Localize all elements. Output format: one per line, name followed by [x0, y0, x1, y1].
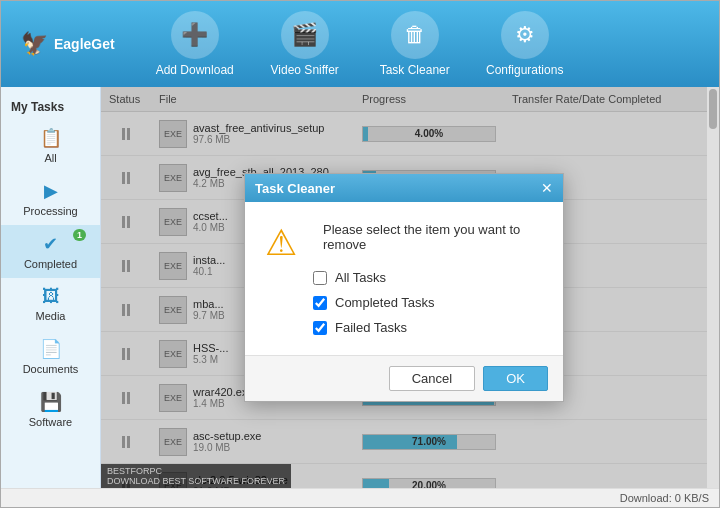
- sidebar-item-all[interactable]: 📋 All: [1, 119, 100, 172]
- completed-icon: ✔: [43, 233, 58, 255]
- app-logo: 🦅: [21, 31, 48, 57]
- checkbox-failed-tasks-input[interactable]: [313, 321, 327, 335]
- documents-label: Documents: [23, 363, 79, 375]
- checkbox-completed-tasks[interactable]: Completed Tasks: [313, 295, 543, 310]
- completed-badge: 1: [73, 229, 86, 241]
- sidebar-header: My Tasks: [1, 92, 100, 119]
- video-sniffer-button[interactable]: 🎬 Video Sniffer: [265, 11, 345, 77]
- documents-icon: 📄: [40, 338, 62, 360]
- modal-message: Please select the item you want to remov…: [323, 222, 543, 252]
- task-cleaner-button[interactable]: 🗑 Task Cleaner: [375, 11, 455, 77]
- checkbox-completed-tasks-input[interactable]: [313, 296, 327, 310]
- configurations-icon: ⚙: [501, 11, 549, 59]
- modal-overlay: Task Cleaner ✕ ⚠ Please select the item …: [101, 87, 707, 488]
- main-panel: Status File Progress Transfer Rate/Date …: [101, 87, 707, 488]
- sidebar: My Tasks 📋 All ▶ Processing ✔ Completed …: [1, 87, 101, 488]
- configurations-label: Configurations: [486, 63, 563, 77]
- software-label: Software: [29, 416, 72, 428]
- add-download-label: Add Download: [156, 63, 234, 77]
- scroll-thumb[interactable]: [709, 89, 717, 129]
- cancel-button[interactable]: Cancel: [389, 366, 475, 391]
- sidebar-item-processing[interactable]: ▶ Processing: [1, 172, 100, 225]
- task-cleaner-icon: 🗑: [391, 11, 439, 59]
- checkbox-all-tasks-input[interactable]: [313, 271, 327, 285]
- processing-label: Processing: [23, 205, 77, 217]
- media-icon: 🖼: [42, 286, 60, 307]
- media-label: Media: [36, 310, 66, 322]
- modal-close-button[interactable]: ✕: [541, 180, 553, 196]
- app-title: EagleGet: [54, 36, 115, 52]
- statusbar: Download: 0 KB/S: [1, 488, 719, 507]
- software-icon: 💾: [40, 391, 62, 413]
- sidebar-item-software[interactable]: 💾 Software: [1, 383, 100, 436]
- processing-icon: ▶: [44, 180, 58, 202]
- sidebar-item-media[interactable]: 🖼 Media: [1, 278, 100, 330]
- checkbox-failed-tasks-label: Failed Tasks: [335, 320, 407, 335]
- modal-titlebar: Task Cleaner ✕: [245, 174, 563, 202]
- add-download-button[interactable]: ➕ Add Download: [155, 11, 235, 77]
- content-area: My Tasks 📋 All ▶ Processing ✔ Completed …: [1, 87, 719, 488]
- task-cleaner-modal: Task Cleaner ✕ ⚠ Please select the item …: [244, 173, 564, 402]
- modal-title: Task Cleaner: [255, 181, 335, 196]
- ok-button[interactable]: OK: [483, 366, 548, 391]
- checkbox-completed-tasks-label: Completed Tasks: [335, 295, 434, 310]
- checkbox-all-tasks[interactable]: All Tasks: [313, 270, 543, 285]
- modal-footer: Cancel OK: [245, 355, 563, 401]
- main-window: 🦅 EagleGet ➕ Add Download 🎬 Video Sniffe…: [0, 0, 720, 508]
- video-sniffer-icon: 🎬: [281, 11, 329, 59]
- all-icon: 📋: [40, 127, 62, 149]
- modal-warning: ⚠ Please select the item you want to rem…: [265, 222, 543, 335]
- checkbox-failed-tasks[interactable]: Failed Tasks: [313, 320, 543, 335]
- configurations-button[interactable]: ⚙ Configurations: [485, 11, 565, 77]
- sidebar-item-completed[interactable]: ✔ Completed 1: [1, 225, 100, 278]
- task-cleaner-label: Task Cleaner: [380, 63, 450, 77]
- modal-options: All Tasks Completed Tasks Failed Tasks: [313, 270, 543, 335]
- all-label: All: [44, 152, 56, 164]
- add-download-icon: ➕: [171, 11, 219, 59]
- download-speed: Download: 0 KB/S: [620, 492, 709, 504]
- warning-icon: ⚠: [265, 222, 297, 264]
- modal-body: ⚠ Please select the item you want to rem…: [245, 202, 563, 355]
- completed-label: Completed: [24, 258, 77, 270]
- scrollbar[interactable]: [707, 87, 719, 488]
- checkbox-all-tasks-label: All Tasks: [335, 270, 386, 285]
- video-sniffer-label: Video Sniffer: [271, 63, 339, 77]
- sidebar-item-documents[interactable]: 📄 Documents: [1, 330, 100, 383]
- toolbar: 🦅 EagleGet ➕ Add Download 🎬 Video Sniffe…: [1, 1, 719, 87]
